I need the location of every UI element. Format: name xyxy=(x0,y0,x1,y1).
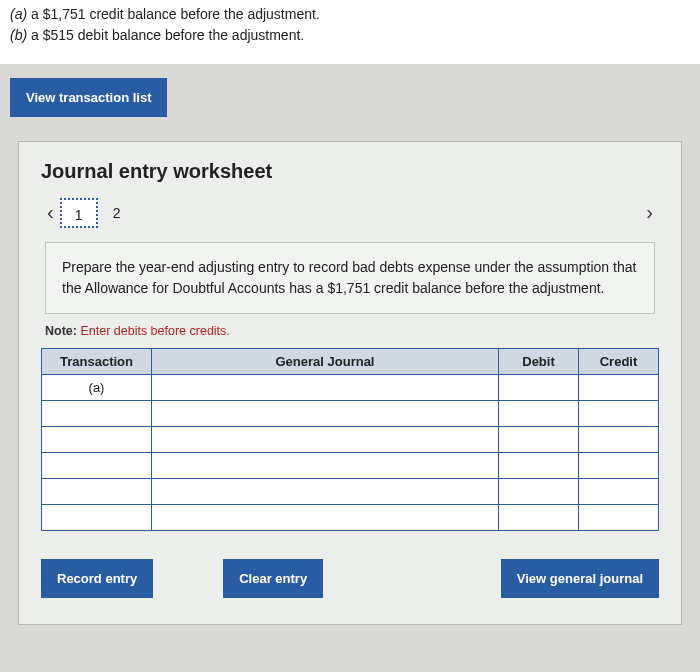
cell-debit[interactable] xyxy=(499,479,579,505)
question-prompt: (a) a $1,751 credit balance before the a… xyxy=(0,0,700,64)
cell-debit[interactable] xyxy=(499,453,579,479)
cell-debit[interactable] xyxy=(499,427,579,453)
cell-general-journal[interactable] xyxy=(152,427,499,453)
th-credit: Credit xyxy=(579,349,659,375)
cell-credit[interactable] xyxy=(579,479,659,505)
chevron-right-icon[interactable]: › xyxy=(640,197,659,228)
prompt-b-text: a $515 debit balance before the adjustme… xyxy=(31,27,304,43)
th-general-journal: General Journal xyxy=(152,349,499,375)
worksheet-button-row: Record entry Clear entry View general jo… xyxy=(41,559,659,598)
note-text: Enter debits before credits. xyxy=(77,324,230,338)
cell-general-journal[interactable] xyxy=(152,453,499,479)
cell-credit[interactable] xyxy=(579,453,659,479)
table-row xyxy=(42,453,659,479)
worksheet-pager: ‹ 1 2 › xyxy=(41,197,659,228)
cell-debit[interactable] xyxy=(499,375,579,401)
th-transaction: Transaction xyxy=(42,349,152,375)
prompt-a-label: (a) xyxy=(10,6,27,22)
cell-transaction[interactable] xyxy=(42,427,152,453)
instruction-box: Prepare the year-end adjusting entry to … xyxy=(45,242,655,314)
cell-general-journal[interactable] xyxy=(152,505,499,531)
cell-transaction[interactable] xyxy=(42,401,152,427)
chevron-left-icon[interactable]: ‹ xyxy=(41,197,60,228)
pager-page-2[interactable]: 2 xyxy=(98,198,136,228)
prompt-line-b: (b) a $515 debit balance before the adju… xyxy=(10,25,690,46)
table-row xyxy=(42,505,659,531)
pager-page-1[interactable]: 1 xyxy=(60,198,98,228)
cell-debit[interactable] xyxy=(499,505,579,531)
cell-credit[interactable] xyxy=(579,401,659,427)
view-general-journal-button[interactable]: View general journal xyxy=(501,559,659,598)
cell-credit[interactable] xyxy=(579,427,659,453)
journal-table: Transaction General Journal Debit Credit… xyxy=(41,348,659,531)
cell-general-journal[interactable] xyxy=(152,479,499,505)
th-debit: Debit xyxy=(499,349,579,375)
table-row: (a) xyxy=(42,375,659,401)
prompt-a-text: a $1,751 credit balance before the adjus… xyxy=(31,6,320,22)
prompt-line-a: (a) a $1,751 credit balance before the a… xyxy=(10,4,690,25)
clear-entry-button[interactable]: Clear entry xyxy=(223,559,323,598)
cell-credit[interactable] xyxy=(579,375,659,401)
cell-transaction[interactable]: (a) xyxy=(42,375,152,401)
note-label: Note: xyxy=(45,324,77,338)
prompt-b-label: (b) xyxy=(10,27,27,43)
table-row xyxy=(42,401,659,427)
cell-credit[interactable] xyxy=(579,505,659,531)
cell-transaction[interactable] xyxy=(42,453,152,479)
table-row xyxy=(42,427,659,453)
cell-general-journal[interactable] xyxy=(152,401,499,427)
cell-debit[interactable] xyxy=(499,401,579,427)
cell-transaction[interactable] xyxy=(42,479,152,505)
worksheet-title: Journal entry worksheet xyxy=(41,160,659,183)
cell-general-journal[interactable] xyxy=(152,375,499,401)
table-row xyxy=(42,479,659,505)
view-transaction-list-button[interactable]: View transaction list xyxy=(10,78,167,117)
note-line: Note: Enter debits before credits. xyxy=(45,324,659,338)
journal-worksheet-panel: Journal entry worksheet ‹ 1 2 › Prepare … xyxy=(18,141,682,625)
cell-transaction[interactable] xyxy=(42,505,152,531)
record-entry-button[interactable]: Record entry xyxy=(41,559,153,598)
